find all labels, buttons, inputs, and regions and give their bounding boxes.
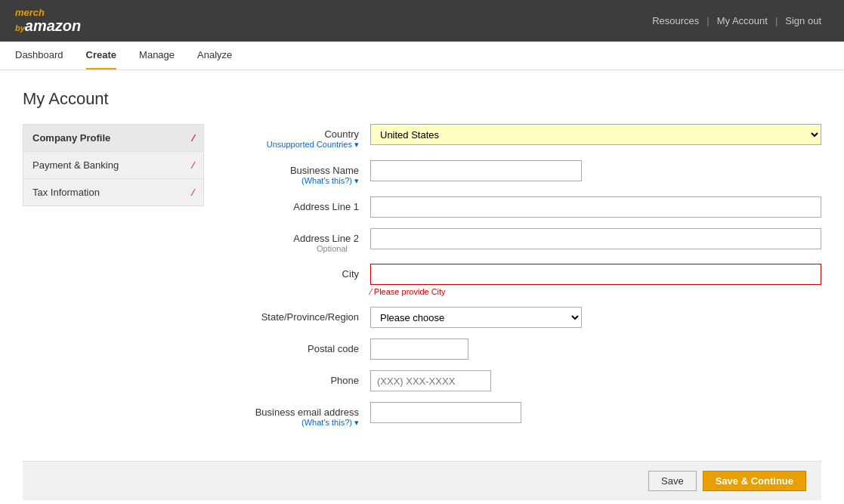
header: merch byamazon Resources | My Account | … xyxy=(0,0,844,42)
email-whats-this-link[interactable]: (What's this?) xyxy=(301,418,352,427)
logo-merch: merch xyxy=(15,8,45,17)
city-row: City ⁄ Please provide City xyxy=(227,264,821,296)
page-title: My Account xyxy=(23,89,821,109)
address1-input-area xyxy=(370,196,821,218)
tax-error-icon: ⁄ xyxy=(193,187,194,198)
address2-input[interactable] xyxy=(370,228,821,249)
nav-resources-link[interactable]: Resources xyxy=(645,15,706,26)
city-error-text: Please provide City xyxy=(374,287,446,296)
country-input-area: United States xyxy=(370,124,821,145)
main-content: My Account Company Profile ⁄ Payment & B… xyxy=(0,70,844,504)
nav-account-link[interactable]: My Account xyxy=(710,15,775,26)
save-continue-button[interactable]: Save & Continue xyxy=(703,471,806,491)
postal-input-area xyxy=(370,339,821,360)
logo-amazon: byamazon xyxy=(15,17,81,34)
city-error-icon: ⁄ xyxy=(370,287,372,296)
address2-label-text: Address Line 2 xyxy=(227,233,359,244)
country-select[interactable]: United States xyxy=(370,124,821,145)
state-row: State/Province/Region Please choose xyxy=(227,307,821,328)
business-name-input[interactable] xyxy=(370,160,582,181)
business-whats-this[interactable]: (What's this?) ▾ xyxy=(227,176,359,186)
email-whats-this[interactable]: (What's this?) ▾ xyxy=(227,418,359,428)
sidebar-item-tax-label: Tax Information xyxy=(32,187,100,198)
email-label-text: Business email address xyxy=(227,407,359,418)
nav-create[interactable]: Create xyxy=(86,42,116,70)
address2-row: Address Line 2 Optional xyxy=(227,228,821,253)
company-profile-error-icon: ⁄ xyxy=(193,133,194,144)
business-name-label-text: Business Name xyxy=(227,165,359,176)
email-input-area xyxy=(370,402,821,423)
country-row: Country Unsupported Countries ▾ United S… xyxy=(227,124,821,150)
sidebar-item-tax-info[interactable]: Tax Information ⁄ xyxy=(23,178,204,206)
nav-manage[interactable]: Manage xyxy=(139,42,175,70)
state-select[interactable]: Please choose xyxy=(370,307,582,328)
subnav: Dashboard Create Manage Analyze xyxy=(0,42,844,70)
nav-signout-link[interactable]: Sign out xyxy=(778,15,829,26)
sidebar-item-company-profile-label: Company Profile xyxy=(32,132,110,144)
optional-text: Optional xyxy=(227,244,359,253)
address1-input[interactable] xyxy=(370,196,821,218)
postal-input[interactable] xyxy=(370,339,468,360)
payment-error-icon: ⁄ xyxy=(193,160,194,171)
address1-label: Address Line 1 xyxy=(227,196,370,212)
content-layout: Company Profile ⁄ Payment & Banking ⁄ Ta… xyxy=(23,124,821,438)
nav-analyze[interactable]: Analyze xyxy=(197,42,232,70)
email-row: Business email address (What's this?) ▾ xyxy=(227,402,821,428)
unsupported-countries-link[interactable]: Unsupported Countries ▾ xyxy=(227,140,359,150)
sidebar-item-company-profile[interactable]: Company Profile ⁄ xyxy=(23,124,204,152)
address2-input-area xyxy=(370,228,821,249)
city-input[interactable] xyxy=(370,264,821,285)
sidebar: Company Profile ⁄ Payment & Banking ⁄ Ta… xyxy=(23,124,204,438)
nav-dashboard[interactable]: Dashboard xyxy=(15,42,63,70)
footer-bar: Save Save & Continue xyxy=(23,461,821,500)
business-whats-this-link[interactable]: (What's this?) xyxy=(301,176,352,185)
email-input[interactable] xyxy=(370,402,521,423)
phone-row: Phone xyxy=(227,370,821,391)
unsupported-link[interactable]: Unsupported Countries xyxy=(267,140,352,149)
header-nav: Resources | My Account | Sign out xyxy=(645,15,829,26)
phone-input-area xyxy=(370,370,821,391)
state-label: State/Province/Region xyxy=(227,307,370,323)
address2-label: Address Line 2 Optional xyxy=(227,228,370,253)
postal-row: Postal code xyxy=(227,339,821,360)
phone-label: Phone xyxy=(227,370,370,386)
city-input-area: ⁄ Please provide City xyxy=(370,264,821,296)
address1-row: Address Line 1 xyxy=(227,196,821,218)
city-error-message: ⁄ Please provide City xyxy=(370,287,821,296)
sidebar-item-payment-label: Payment & Banking xyxy=(32,159,119,171)
country-label: Country Unsupported Countries ▾ xyxy=(227,124,370,150)
sidebar-item-payment-banking[interactable]: Payment & Banking ⁄ xyxy=(23,151,204,179)
form-area: Country Unsupported Countries ▾ United S… xyxy=(227,124,821,438)
logo-by-text: by xyxy=(15,23,25,32)
business-name-label: Business Name (What's this?) ▾ xyxy=(227,160,370,186)
country-label-text: Country xyxy=(227,128,359,140)
business-name-input-area xyxy=(370,160,821,181)
postal-label: Postal code xyxy=(227,339,370,354)
business-name-row: Business Name (What's this?) ▾ xyxy=(227,160,821,186)
city-label: City xyxy=(227,264,370,280)
phone-input[interactable] xyxy=(370,370,491,391)
logo: merch byamazon xyxy=(15,8,81,34)
save-button[interactable]: Save xyxy=(648,471,697,491)
email-label: Business email address (What's this?) ▾ xyxy=(227,402,370,428)
state-input-area: Please choose xyxy=(370,307,821,328)
